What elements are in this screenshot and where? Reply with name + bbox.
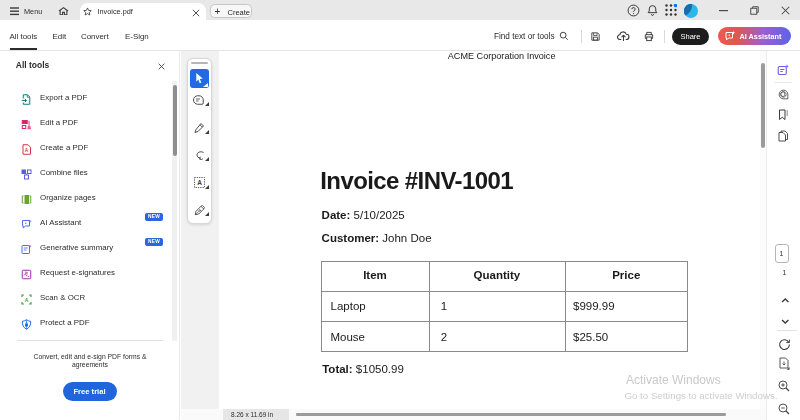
svg-text:A: A xyxy=(25,297,29,303)
svg-text:A: A xyxy=(25,148,29,153)
svg-text:A: A xyxy=(197,179,202,186)
svg-text:fe: fe xyxy=(25,271,28,275)
